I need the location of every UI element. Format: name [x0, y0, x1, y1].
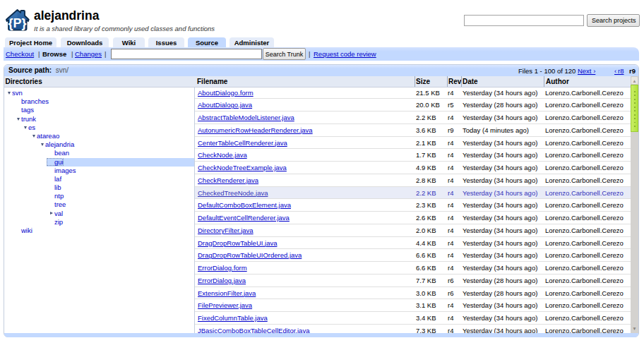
svg-text:{P}: {P}: [8, 16, 26, 30]
